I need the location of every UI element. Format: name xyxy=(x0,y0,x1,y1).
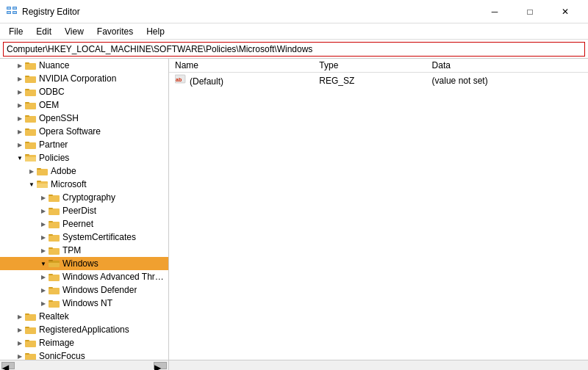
tree-label-windowsnt: Windows NT xyxy=(62,298,112,308)
tree-item-windows[interactable]: ▼ Windows xyxy=(0,257,168,270)
tree-arrow-peerdist[interactable]: ▶ xyxy=(38,205,49,217)
scroll-right-btn[interactable]: ▶ xyxy=(154,362,167,369)
tree-arrow-defender[interactable]: ▶ xyxy=(38,284,49,296)
tree-arrow-windowsnt[interactable]: ▶ xyxy=(38,297,49,309)
svg-rect-19 xyxy=(25,128,29,130)
tree-item-nuance[interactable]: ▶ Nuance xyxy=(0,59,168,72)
h-scrollbar[interactable]: ◀ ▶ xyxy=(0,360,169,370)
tree-item-systemcerts[interactable]: ▶ SystemCertificates xyxy=(0,231,168,244)
folder-icon-reimage xyxy=(25,338,37,348)
tree-arrow-windows[interactable]: ▼ xyxy=(38,258,49,269)
tree-arrow-oem[interactable]: ▶ xyxy=(15,99,25,111)
menu-item-view[interactable]: View xyxy=(59,25,90,38)
folder-icon-partner xyxy=(25,139,37,150)
cell-data: (value not set) xyxy=(426,73,588,89)
tree-item-realtek[interactable]: ▶ Realtek xyxy=(0,310,168,323)
menu-bar: FileEditViewFavoritesHelp xyxy=(0,23,588,40)
tree-item-defender[interactable]: ▶ Windows Defender xyxy=(0,283,168,297)
tree-item-odbc[interactable]: ▶ ODBC xyxy=(0,85,168,98)
tree-item-cryptography[interactable]: ▶ Cryptography xyxy=(0,191,168,204)
tree-label-windows: Windows xyxy=(62,258,98,269)
tree-item-tpm[interactable]: ▶ TPM xyxy=(0,244,168,257)
tree-item-nvidia[interactable]: ▶ NVIDIA Corporation xyxy=(0,72,168,85)
tree-item-openssh[interactable]: ▶ OpenSSH xyxy=(0,112,168,125)
svg-rect-15 xyxy=(25,102,29,104)
svg-rect-57 xyxy=(25,340,29,341)
svg-rect-27 xyxy=(37,168,41,170)
tree-label-microsoft: Microsoft xyxy=(51,179,87,189)
column-data[interactable]: Data xyxy=(426,59,588,73)
tree-item-peernet[interactable]: ▶ Peernet xyxy=(0,217,168,231)
tree-item-sonicfocus[interactable]: ▶ SonicFocus xyxy=(0,349,168,360)
tree-item-oem[interactable]: ▶ OEM xyxy=(0,98,168,112)
tree-arrow-registeredapps[interactable]: ▶ xyxy=(15,324,25,335)
svg-rect-33 xyxy=(49,195,53,196)
menu-item-file[interactable]: File xyxy=(3,25,29,38)
folder-icon-microsoft xyxy=(37,179,49,189)
tree-arrow-nuance[interactable]: ▶ xyxy=(15,59,25,71)
tree-arrow-reimage[interactable]: ▶ xyxy=(15,337,25,349)
svg-rect-9 xyxy=(25,62,29,64)
tree-label-registeredapps: RegisteredApplications xyxy=(39,324,129,335)
tree-item-microsoft[interactable]: ▼ Microsoft xyxy=(0,178,168,191)
tree-arrow-nvidia[interactable]: ▶ xyxy=(15,73,25,84)
tree-arrow-microsoft[interactable]: ▼ xyxy=(26,178,37,190)
menu-item-edit[interactable]: Edit xyxy=(30,25,57,38)
title-bar-left: Registry Editor xyxy=(6,4,80,18)
tree-arrow-systemcerts[interactable]: ▶ xyxy=(38,231,49,243)
tree-arrow-peernet[interactable]: ▶ xyxy=(38,218,49,230)
cell-name: ab (Default) xyxy=(169,73,313,89)
tree-arrow-sonicfocus[interactable]: ▶ xyxy=(15,350,25,360)
tree-item-opera[interactable]: ▶ Opera Software xyxy=(0,125,168,138)
tree-label-reimage: Reimage xyxy=(39,338,74,348)
tree-item-registeredapps[interactable]: ▶ RegisteredApplications xyxy=(0,323,168,336)
column-type[interactable]: Type xyxy=(313,59,426,73)
svg-rect-4 xyxy=(7,7,10,9)
tree-item-reimage[interactable]: ▶ Reimage xyxy=(0,336,168,349)
tree-arrow-tpm[interactable]: ▶ xyxy=(38,244,49,256)
tree-item-policies[interactable]: ▼ Policies xyxy=(0,151,168,164)
maximize-button[interactable]: □ xyxy=(513,4,547,19)
minimize-button[interactable]: ─ xyxy=(478,4,512,19)
menu-item-help[interactable]: Help xyxy=(140,25,171,38)
status-bar xyxy=(169,360,588,370)
tree-arrow-odbc[interactable]: ▶ xyxy=(15,86,25,98)
tree-label-adobe: Adobe xyxy=(51,166,76,176)
tree-arrow-watp[interactable]: ▶ xyxy=(38,271,49,283)
tree-arrow-realtek[interactable]: ▶ xyxy=(15,311,25,322)
tree-arrow-openssh[interactable]: ▶ xyxy=(15,112,25,124)
folder-icon-openssh xyxy=(25,113,37,123)
tree-arrow-opera[interactable]: ▶ xyxy=(15,126,25,137)
svg-rect-43 xyxy=(49,260,53,261)
svg-rect-25 xyxy=(25,156,36,157)
app-icon xyxy=(6,4,18,18)
tree-item-windowsnt[interactable]: ▶ Windows NT xyxy=(0,297,168,310)
tree-item-adobe[interactable]: ▶ Adobe xyxy=(0,164,168,178)
menu-item-favorites[interactable]: Favorites xyxy=(91,25,139,38)
tree-arrow-adobe[interactable]: ▶ xyxy=(26,165,37,177)
svg-rect-38 xyxy=(49,235,60,242)
scroll-left-btn[interactable]: ◀ xyxy=(1,362,15,369)
tree-item-watp[interactable]: ▶ Windows Advanced Threat Prote... xyxy=(0,270,168,283)
tree-arrow-partner[interactable]: ▶ xyxy=(15,139,25,150)
column-name[interactable]: Name xyxy=(169,59,313,73)
address-bar xyxy=(0,40,588,59)
tree-label-opera: Opera Software xyxy=(39,126,101,137)
table-row[interactable]: ab (Default)REG_SZ(value not set) xyxy=(169,73,588,89)
svg-rect-31 xyxy=(37,182,48,184)
svg-rect-48 xyxy=(49,288,60,294)
tree-arrow-cryptography[interactable]: ▶ xyxy=(38,192,49,203)
svg-rect-21 xyxy=(25,142,29,143)
tree-item-peerdist[interactable]: ▶ PeerDist xyxy=(0,204,168,217)
tree-label-odbc: ODBC xyxy=(39,87,65,97)
folder-icon-adobe xyxy=(37,166,49,176)
address-input[interactable] xyxy=(3,42,585,57)
close-button[interactable]: ✕ xyxy=(548,4,582,19)
tree-item-partner[interactable]: ▶ Partner xyxy=(0,138,168,151)
title-bar-controls: ─ □ ✕ xyxy=(478,4,582,19)
tree-arrow-policies[interactable]: ▼ xyxy=(15,152,25,164)
tree-panel[interactable]: ▶ Nuance▶ NVIDIA Corporation▶ ODBC▶ OEM▶… xyxy=(0,59,169,360)
tree-label-policies: Policies xyxy=(39,153,69,163)
folder-icon-defender xyxy=(49,285,60,295)
svg-rect-7 xyxy=(13,12,16,13)
